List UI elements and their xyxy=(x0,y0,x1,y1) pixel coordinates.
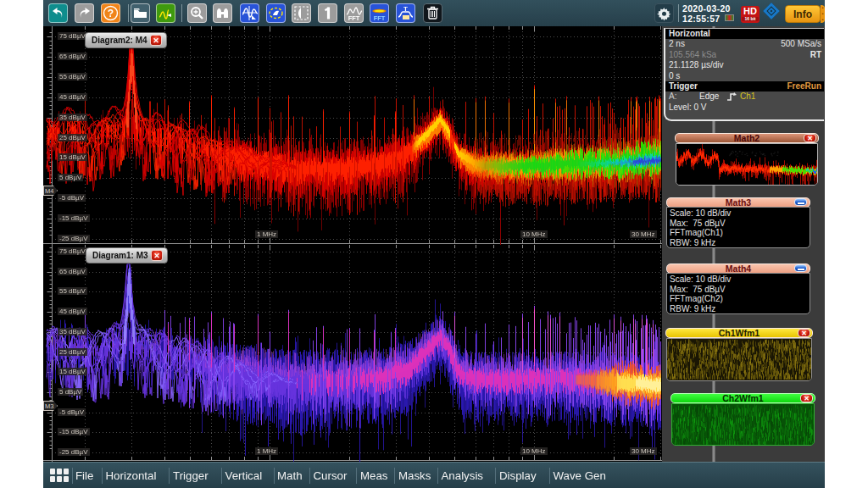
svg-text:FFT: FFT xyxy=(374,14,386,22)
svg-text:?: ? xyxy=(108,8,114,19)
svg-text:FFT: FFT xyxy=(348,14,360,22)
